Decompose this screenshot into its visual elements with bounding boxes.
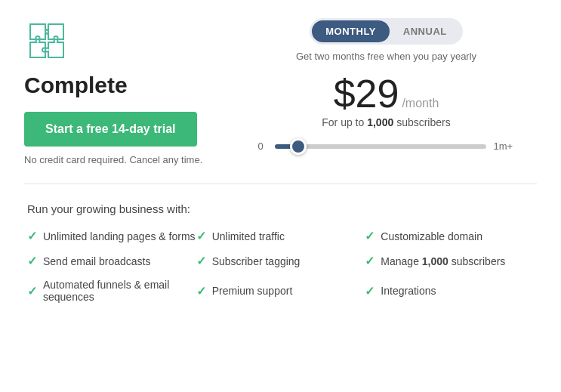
feature-text-2: Unlimited traffic xyxy=(212,230,285,242)
feature-funnels: ✓ Automated funnels & email sequences xyxy=(27,279,196,303)
slider-max-label: 1m+ xyxy=(494,140,515,152)
price-row: $29 /month xyxy=(334,74,439,113)
monthly-toggle[interactable]: MONTHLY xyxy=(312,20,390,42)
features-row-3: ✓ Automated funnels & email sequences ✓ … xyxy=(27,279,534,303)
feature-broadcasts: ✓ Send email broadcasts xyxy=(27,254,196,268)
price-period: /month xyxy=(402,97,439,110)
subscriber-slider[interactable] xyxy=(275,144,486,149)
check-icon-7: ✓ xyxy=(27,284,37,298)
feature-tagging: ✓ Subscriber tagging xyxy=(196,254,365,268)
free-months-text: Get two months free when you pay yearly xyxy=(296,51,476,62)
check-icon-8: ✓ xyxy=(196,284,206,298)
check-icon-5: ✓ xyxy=(196,254,206,268)
pricing-card: Complete Start a free 14-day trial No cr… xyxy=(0,0,561,327)
feature-integrations: ✓ Integrations xyxy=(365,284,534,298)
section-divider xyxy=(24,184,537,184)
feature-text-4: Send email broadcasts xyxy=(43,255,150,267)
feature-landing-pages: ✓ Unlimited landing pages & forms xyxy=(27,229,196,243)
check-icon-4: ✓ xyxy=(27,254,37,268)
feature-text-1: Unlimited landing pages & forms xyxy=(43,230,196,242)
features-intro: Run your growing business with: xyxy=(27,202,534,215)
subscriber-slider-container: 0 1m+ xyxy=(258,140,515,152)
features-section: Run your growing business with: ✓ Unlimi… xyxy=(24,202,537,303)
plan-title: Complete xyxy=(24,73,128,98)
trial-button[interactable]: Start a free 14-day trial xyxy=(24,112,197,147)
feature-support: ✓ Premium support xyxy=(196,284,365,298)
check-icon-9: ✓ xyxy=(365,284,375,298)
features-grid: ✓ Unlimited landing pages & forms ✓ Unli… xyxy=(27,229,534,303)
check-icon-2: ✓ xyxy=(196,229,206,243)
slider-min-label: 0 xyxy=(258,140,267,152)
right-section: MONTHLY ANNUAL Get two months free when … xyxy=(236,18,537,152)
billing-toggle: MONTHLY ANNUAL xyxy=(310,18,462,45)
check-icon-3: ✓ xyxy=(365,229,375,243)
no-credit-text: No credit card required. Cancel any time… xyxy=(24,154,202,165)
features-row-2: ✓ Send email broadcasts ✓ Subscriber tag… xyxy=(27,254,534,268)
feature-traffic: ✓ Unlimited traffic xyxy=(196,229,365,243)
feature-domain: ✓ Customizable domain xyxy=(365,229,534,243)
puzzle-icon xyxy=(24,18,77,63)
price-value: $29 xyxy=(334,74,399,113)
annual-toggle[interactable]: ANNUAL xyxy=(390,20,461,42)
feature-text-8: Premium support xyxy=(212,285,293,297)
check-icon-1: ✓ xyxy=(27,229,37,243)
feature-text-9: Integrations xyxy=(381,285,436,297)
feature-text-5: Subscriber tagging xyxy=(212,255,301,267)
features-row-1: ✓ Unlimited landing pages & forms ✓ Unli… xyxy=(27,229,534,243)
feature-text-6: Manage 1,000 subscribers xyxy=(381,255,505,267)
left-section: Complete Start a free 14-day trial No cr… xyxy=(24,18,236,165)
feature-text-7: Automated funnels & email sequences xyxy=(43,279,196,303)
subscribers-text: For up to 1,000 subscribers xyxy=(322,116,450,128)
check-icon-6: ✓ xyxy=(365,254,375,268)
top-section: Complete Start a free 14-day trial No cr… xyxy=(24,18,537,165)
feature-text-3: Customizable domain xyxy=(381,230,482,242)
feature-manage-subscribers: ✓ Manage 1,000 subscribers xyxy=(365,254,534,268)
